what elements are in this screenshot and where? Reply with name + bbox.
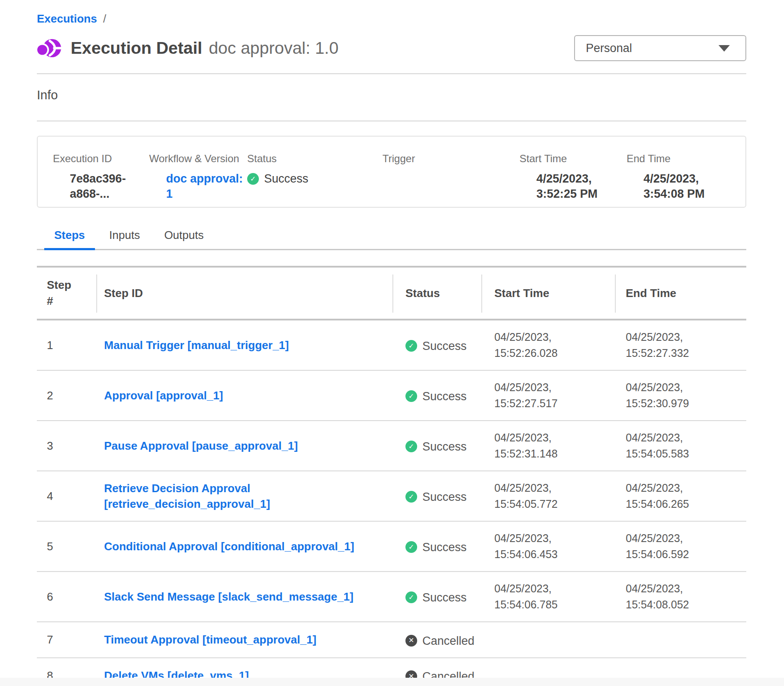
- step-start-time-cell: 04/25/2023, 15:54:06.453: [481, 521, 615, 572]
- page-title: Execution Detail: [71, 39, 202, 58]
- column-header-step-id: Step ID: [96, 267, 392, 320]
- step-status-cell: ✓ Success: [392, 572, 481, 622]
- info-field: Status ✓ Success: [247, 153, 382, 207]
- step-id-link[interactable]: Pause Approval [pause_approval_1]: [104, 439, 298, 452]
- table-row: 7 Timeout Approval [timeout_approval_1] …: [37, 622, 746, 658]
- step-start-time-cell: 04/25/2023, 15:54:05.772: [481, 471, 615, 521]
- step-status-cell: ✓ Success: [392, 320, 481, 370]
- success-check-icon: ✓: [405, 441, 417, 452]
- step-end-time-cell: 04/25/2023, 15:54:06.592: [615, 521, 746, 572]
- workflow-version-link[interactable]: doc approval: 1: [166, 171, 247, 202]
- page-subtitle: doc approval: 1.0: [209, 39, 338, 58]
- step-id-link[interactable]: Retrieve Decision Approval [retrieve_dec…: [104, 482, 270, 510]
- info-field-value: [382, 171, 519, 185]
- info-field: Workflow & Version doc approval: 1: [149, 153, 247, 207]
- breadcrumb-executions-link[interactable]: Executions: [37, 12, 97, 26]
- column-header-step-num: Step #: [37, 267, 96, 320]
- step-number-cell: 6: [37, 572, 96, 622]
- tab-inputs[interactable]: Inputs: [99, 229, 150, 249]
- info-field-label: Status: [247, 153, 382, 165]
- breadcrumb-separator: /: [103, 12, 106, 26]
- page-bottom-strip: [0, 678, 784, 686]
- info-field-label: Start Time: [519, 153, 627, 165]
- steps-table: Step # Step ID Status Start Time End Tim…: [37, 266, 746, 686]
- step-end-time-cell: [615, 622, 746, 658]
- step-start-time-cell: 04/25/2023, 15:52:31.148: [481, 421, 615, 471]
- step-number-cell: 7: [37, 622, 96, 658]
- info-field-value: 4/25/2023, 3:54:08 PM: [627, 171, 739, 202]
- column-header-start-time: Start Time: [481, 267, 615, 320]
- step-id-link[interactable]: Manual Trigger [manual_trigger_1]: [104, 339, 289, 352]
- table-row: 3 Pause Approval [pause_approval_1] ✓ Su…: [37, 421, 746, 471]
- tab-steps[interactable]: Steps: [44, 229, 95, 249]
- step-number-cell: 3: [37, 421, 96, 471]
- step-number-cell: 4: [37, 471, 96, 521]
- execution-info-card: Execution ID 7e8ac396-a868-... Workflow …: [37, 136, 746, 208]
- step-end-time-cell: 04/25/2023, 15:54:05.583: [615, 421, 746, 471]
- info-field-value: 7e8ac396-a868-...: [53, 171, 149, 202]
- step-number-cell: 2: [37, 370, 96, 421]
- step-status-cell: ✕ Cancelled: [392, 622, 481, 658]
- step-id-link[interactable]: Slack Send Message [slack_send_message_1…: [104, 590, 353, 603]
- success-check-icon: ✓: [247, 173, 259, 185]
- success-check-icon: ✓: [405, 591, 417, 603]
- table-row: 4 Retrieve Decision Approval [retrieve_d…: [37, 471, 746, 521]
- step-status-cell: ✓ Success: [392, 521, 481, 572]
- info-field-label: Workflow & Version: [149, 153, 247, 165]
- step-id-link[interactable]: Timeout Approval [timeout_approval_1]: [104, 633, 317, 646]
- step-id-link[interactable]: Conditional Approval [conditional_approv…: [104, 540, 354, 553]
- step-start-time-cell: 04/25/2023, 15:52:26.028: [481, 320, 615, 370]
- info-field-label: Execution ID: [53, 153, 149, 165]
- info-field: Start Time 4/25/2023, 3:52:25 PM: [519, 153, 627, 207]
- workspace-dropdown[interactable]: Personal: [574, 35, 746, 61]
- step-end-time-cell: 04/25/2023, 15:52:30.979: [615, 370, 746, 421]
- info-field-value: doc approval: 1: [149, 171, 247, 202]
- step-number-cell: 1: [37, 320, 96, 370]
- cancelled-x-icon: ✕: [405, 635, 417, 647]
- column-header-status: Status: [392, 267, 481, 320]
- workspace-dropdown-value: Personal: [586, 42, 632, 55]
- title-divider: [37, 73, 746, 74]
- step-start-time-cell: 04/25/2023, 15:54:06.785: [481, 572, 615, 622]
- step-start-time-cell: [481, 622, 615, 658]
- step-end-time-cell: 04/25/2023, 15:52:27.332: [615, 320, 746, 370]
- title-row: Execution Detail doc approval: 1.0 Perso…: [37, 34, 746, 62]
- steps-table-header: Step # Step ID Status Start Time End Tim…: [37, 267, 746, 320]
- step-id-link[interactable]: Approval [approval_1]: [104, 389, 223, 402]
- info-field-label: End Time: [627, 153, 739, 165]
- info-divider: [37, 121, 746, 121]
- workflow-icon: [37, 36, 61, 60]
- step-status-cell: ✓ Success: [392, 421, 481, 471]
- info-section-heading: Info: [37, 88, 746, 102]
- step-end-time-cell: 04/25/2023, 15:54:06.265: [615, 471, 746, 521]
- success-check-icon: ✓: [405, 491, 417, 503]
- table-row: 2 Approval [approval_1] ✓ Success 04/25/…: [37, 370, 746, 421]
- step-start-time-cell: 04/25/2023, 15:52:27.517: [481, 370, 615, 421]
- success-check-icon: ✓: [405, 390, 417, 402]
- success-check-icon: ✓: [405, 340, 417, 352]
- execution-detail-page: Executions / Execution Detail doc approv…: [37, 12, 746, 686]
- info-field-label: Trigger: [382, 153, 519, 165]
- tab-bar: Steps Inputs Outputs: [37, 229, 746, 250]
- step-end-time-cell: 04/25/2023, 15:54:08.052: [615, 572, 746, 622]
- info-field-value: 4/25/2023, 3:52:25 PM: [519, 171, 627, 202]
- step-number-cell: 5: [37, 521, 96, 572]
- info-field-value: ✓ Success: [247, 171, 382, 186]
- info-field: Trigger: [382, 153, 519, 207]
- chevron-down-icon: [719, 45, 730, 52]
- breadcrumb: Executions /: [37, 12, 746, 26]
- step-status-cell: ✓ Success: [392, 471, 481, 521]
- tab-outputs[interactable]: Outputs: [154, 229, 214, 249]
- info-field: Execution ID 7e8ac396-a868-...: [53, 153, 149, 207]
- success-check-icon: ✓: [405, 541, 417, 553]
- table-row: 6 Slack Send Message [slack_send_message…: [37, 572, 746, 622]
- table-row: 5 Conditional Approval [conditional_appr…: [37, 521, 746, 572]
- info-field: End Time 4/25/2023, 3:54:08 PM: [627, 153, 739, 207]
- step-status-cell: ✓ Success: [392, 370, 481, 421]
- table-row: 1 Manual Trigger [manual_trigger_1] ✓ Su…: [37, 320, 746, 370]
- column-header-end-time: End Time: [615, 267, 746, 320]
